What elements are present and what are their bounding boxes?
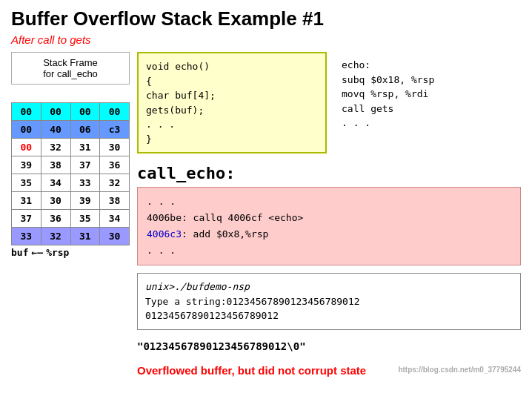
terminal-line1: unix>./bufdemo-nsp <box>145 280 513 294</box>
buf-rsp-label: buf ←— %rsp <box>11 247 130 258</box>
asm-line: call gets <box>342 102 513 116</box>
code-line: char buf[4]; <box>146 88 318 103</box>
asm-line: . . . <box>342 116 513 131</box>
asm-line: subq $0x18, %rsp <box>342 73 513 88</box>
table-row: 00000000 <box>12 103 130 121</box>
table-row: 00323130 <box>12 139 130 156</box>
overflow-message: Overflowed buffer, but did not corrupt s… <box>137 364 521 377</box>
asm-line: echo: <box>342 58 513 73</box>
code-line: gets(buf); <box>146 103 318 118</box>
terminal-line3: 01234567890123456789012 <box>145 308 513 323</box>
right-column: void echo(){ char buf[4]; gets(buf); . .… <box>137 52 521 377</box>
call-echo-section: call_echo: . . .4006be: callq 4006cf <ec… <box>137 164 521 265</box>
call-echo-code-box: . . .4006be: callq 4006cf <echo>4006c3: … <box>137 187 521 265</box>
arrow-icon: ←— <box>31 247 43 258</box>
asm-line: movq %rsp, %rdi <box>342 87 513 102</box>
table-row: 33323130 <box>12 228 130 245</box>
table-row: 37363534 <box>12 210 130 228</box>
stack-frame-panel: Stack Frame for call_echo 00000000004006… <box>11 52 130 258</box>
call-echo-line: . . . <box>147 242 511 259</box>
stack-table: 00000000004006c3003231303938373635343332… <box>11 90 130 245</box>
code-line: void echo() <box>146 59 318 74</box>
echo-asm-box: echo: subq $0x18, %rsp movq %rsp, %rdi c… <box>334 52 521 153</box>
terminal-line2: Type a string:01234567890123456789012 <box>145 294 513 309</box>
call-echo-line: . . . <box>147 194 511 210</box>
table-row: 004006c3 <box>12 121 130 139</box>
result-line: "01234567890123456789012\0" <box>137 340 521 352</box>
stack-frame-label: Stack Frame for call_echo <box>11 52 130 85</box>
code-line: } <box>146 132 318 147</box>
code-line: { <box>146 74 318 89</box>
call-echo-line: 4006c3: add $0x8,%rsp <box>147 226 511 242</box>
terminal-box: unix>./bufdemo-nsp Type a string:0123456… <box>137 273 521 330</box>
table-row: 31303938 <box>12 192 130 210</box>
page-title: Buffer Overflow Stack Example #1 <box>11 7 521 30</box>
table-row: 35343332 <box>12 174 130 192</box>
table-row: 39383736 <box>12 156 130 174</box>
subtitle: After call to gets <box>11 33 521 46</box>
echo-code-box: void echo(){ char buf[4]; gets(buf); . .… <box>137 52 327 153</box>
top-right-panel: void echo(){ char buf[4]; gets(buf); . .… <box>137 52 521 153</box>
watermark: https://blog.csdn.net/m0_37795244 <box>398 366 521 374</box>
code-line: . . . <box>146 117 318 132</box>
call-echo-title: call_echo: <box>137 164 521 182</box>
call-echo-line: 4006be: callq 4006cf <echo> <box>147 210 511 226</box>
